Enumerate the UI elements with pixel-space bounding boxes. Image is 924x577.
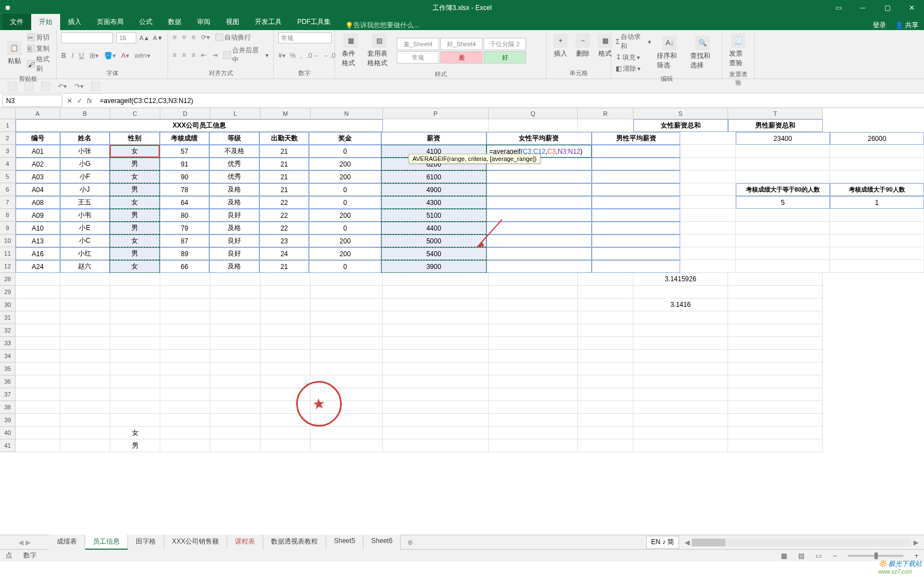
tab-view[interactable]: 视图 [218, 14, 247, 30]
align-left-icon[interactable]: ≡ [173, 51, 176, 59]
decrease-font-icon[interactable]: A▼ [153, 33, 163, 43]
fill-color-button[interactable]: 🪣▾ [104, 52, 116, 60]
sheet-tab-6[interactable]: Sheet5 [326, 535, 363, 550]
view-layout-icon[interactable]: ▤ [798, 552, 804, 560]
sheet-tab-3[interactable]: XXX公司销售额 [164, 535, 227, 550]
percent-icon[interactable]: % [290, 52, 296, 60]
hscroll-left-icon[interactable]: ◀ [685, 539, 690, 546]
sheet-tab-7[interactable]: Sheet6 [363, 535, 401, 550]
qat-preview-icon[interactable] [91, 82, 100, 91]
col-header-T[interactable]: T [728, 108, 823, 119]
table-format-button[interactable]: ▤套用表格格式 [365, 32, 393, 69]
delete-cells-button[interactable]: −删除 [573, 32, 592, 60]
align-right-icon[interactable]: ≡ [191, 51, 195, 59]
col-header-R[interactable]: R [578, 108, 633, 119]
maximize-icon[interactable]: ▢ [875, 0, 900, 16]
minimize-icon[interactable]: ─ [851, 0, 875, 16]
increase-font-icon[interactable]: A▲ [140, 33, 150, 43]
style-good-sheet4[interactable]: 好_Sheet4 [440, 38, 483, 50]
zoom-slider[interactable] [848, 555, 903, 557]
align-bot-icon[interactable]: ≡ [191, 33, 195, 41]
qat-redo-icon[interactable] [41, 82, 50, 91]
enter-formula-icon[interactable]: ✓ [77, 97, 82, 105]
qat-redo2-icon[interactable]: ↷▾ [75, 82, 83, 90]
tab-data[interactable]: 数据 [160, 14, 189, 30]
tab-pdf[interactable]: PDF工具集 [289, 14, 338, 30]
wrap-text-button[interactable]: 自动换行 [215, 32, 251, 42]
format-painter-button[interactable]: 🖌格式刷 [27, 55, 52, 74]
invoice-check-button[interactable]: 🧾发票查验 [727, 32, 749, 69]
zoom-in-icon[interactable]: + [915, 552, 918, 560]
qat-undo2-icon[interactable]: ↶▾ [58, 82, 67, 90]
tab-review[interactable]: 审阅 [189, 14, 218, 30]
bold-button[interactable]: B [61, 52, 66, 60]
formula-input[interactable]: =averageif(C3:C12,C3,N3:N12) [96, 97, 924, 105]
conditional-format-button[interactable]: ▦条件格式 [340, 32, 362, 69]
tab-dev[interactable]: 开发工具 [247, 14, 289, 30]
font-name-combo[interactable] [61, 32, 113, 43]
copy-button[interactable]: ⎘复制 [27, 43, 52, 53]
spreadsheet-grid[interactable]: ABCDLMNPQRST1XXX公司员工信息女性薪资总和男性薪资总和2编号姓名性… [0, 108, 924, 535]
tell-me[interactable]: 💡 告诉我您想要做什么... [345, 21, 419, 30]
style-thousands[interactable]: 千位分隔 2 [484, 38, 526, 50]
sheet-tab-0[interactable]: 成绩表 [49, 535, 85, 550]
col-header-B[interactable]: B [60, 108, 110, 119]
paste-button[interactable]: 📋粘贴 [4, 40, 24, 67]
sheet-tab-5[interactable]: 数据透视表教程 [263, 535, 326, 550]
name-box[interactable]: N3 [2, 95, 62, 107]
font-color-button[interactable]: A▾ [121, 52, 129, 60]
view-break-icon[interactable]: ▭ [815, 552, 822, 560]
ime-indicator[interactable]: EN ♪ 简 [646, 536, 679, 549]
align-top-icon[interactable]: ≡ [173, 33, 176, 41]
comma-icon[interactable]: , [300, 52, 302, 60]
zoom-out-icon[interactable]: − [833, 552, 837, 560]
col-header-Q[interactable]: Q [489, 108, 578, 119]
col-header-C[interactable]: C [110, 108, 160, 119]
font-size-combo[interactable]: 16 [116, 32, 136, 43]
cancel-formula-icon[interactable]: ✕ [67, 97, 72, 105]
cut-button[interactable]: ✂剪切 [27, 32, 52, 42]
ribbon-options-icon[interactable]: ▭ [826, 0, 851, 16]
col-header-N[interactable]: N [311, 108, 383, 119]
number-format-combo[interactable]: 常规 [278, 32, 332, 43]
inc-decimal-icon[interactable]: .0→ [307, 52, 319, 60]
col-header-L[interactable]: L [210, 108, 261, 119]
currency-icon[interactable]: ¥▾ [278, 52, 286, 60]
tab-home[interactable]: 开始 [31, 14, 60, 30]
sheet-tab-4[interactable]: 课程表 [227, 535, 263, 550]
col-header-A[interactable]: A [16, 108, 60, 119]
clear-button[interactable]: ◧ 清除▾ [616, 63, 651, 74]
orientation-icon[interactable]: ⟳▾ [201, 33, 210, 41]
new-sheet-button[interactable]: ⊕ [401, 539, 420, 546]
style-normal[interactable]: 常规 [397, 51, 439, 63]
hscroll-right-icon[interactable]: ▶ [913, 539, 918, 546]
col-header-S[interactable]: S [633, 108, 728, 119]
view-normal-icon[interactable]: ▦ [781, 552, 787, 560]
login-link[interactable]: 登录 [873, 21, 886, 30]
fill-button[interactable]: ↧ 填充▾ [616, 52, 651, 62]
indent-inc-icon[interactable]: ⇥ [212, 51, 218, 59]
tab-insert[interactable]: 插入 [60, 14, 89, 30]
align-center-icon[interactable]: ≡ [182, 51, 186, 59]
sort-filter-button[interactable]: A↓排序和筛选 [655, 35, 684, 71]
italic-button[interactable]: I [72, 52, 73, 60]
style-bad-sheet4[interactable]: 差_Sheet4 [397, 38, 439, 50]
sheet-tab-1[interactable]: 员工信息 [85, 535, 128, 550]
dec-decimal-icon[interactable]: ←.0 [323, 52, 336, 60]
close-icon[interactable]: ✕ [900, 0, 924, 16]
tab-layout[interactable]: 页面布局 [89, 14, 131, 30]
col-header-P[interactable]: P [383, 108, 489, 119]
sheet-tab-2[interactable]: 田字格 [128, 535, 164, 550]
autosum-button[interactable]: Σ 自动求和▾ [616, 32, 651, 51]
phonetic-button[interactable]: wén▾ [135, 52, 150, 60]
fx-icon[interactable]: fx [87, 97, 92, 105]
find-select-button[interactable]: 🔍查找和选择 [688, 35, 717, 71]
insert-cells-button[interactable]: +插入 [551, 32, 570, 60]
tab-file[interactable]: 文件 [2, 14, 31, 30]
style-good[interactable]: 好 [484, 51, 526, 63]
col-header-M[interactable]: M [261, 108, 311, 119]
qat-save-icon[interactable] [8, 82, 17, 91]
border-button[interactable]: ⊞▾ [90, 52, 99, 60]
qat-undo-icon[interactable] [24, 82, 33, 91]
tab-formulas[interactable]: 公式 [131, 14, 160, 30]
